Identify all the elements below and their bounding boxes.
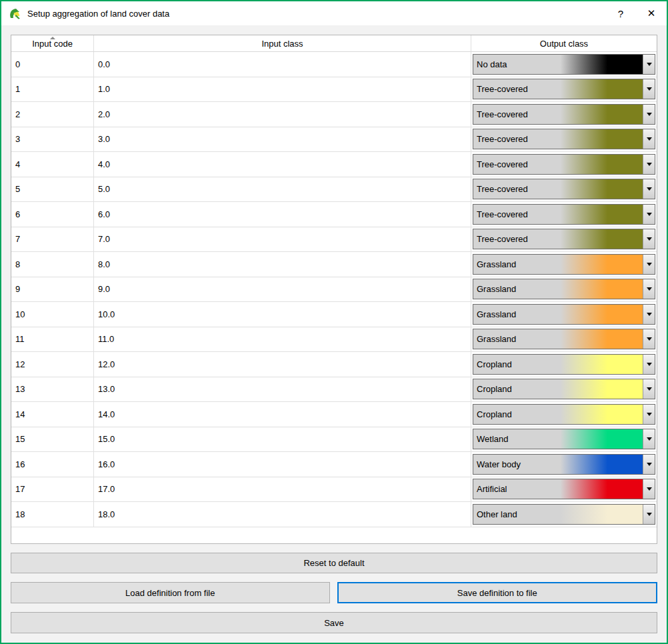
chevron-down-icon[interactable] [643, 105, 655, 124]
input-code-cell[interactable]: 12 [11, 352, 94, 377]
input-class-cell[interactable]: 9.0 [94, 277, 471, 303]
output-class-combobox[interactable]: Other land [473, 504, 655, 525]
output-class-label: Cropland [473, 359, 643, 369]
save-button[interactable]: Save [11, 612, 657, 633]
input-class-cell[interactable]: 0.0 [94, 52, 471, 77]
table-row: 66.0Tree-covered [11, 202, 657, 227]
chevron-down-icon[interactable] [643, 405, 655, 424]
chevron-down-icon[interactable] [643, 55, 655, 74]
table-row: 1414.0Cropland [11, 402, 657, 427]
output-class-combobox[interactable]: Wetland [473, 429, 655, 449]
chevron-down-icon[interactable] [643, 305, 655, 324]
input-code-cell[interactable]: 8 [11, 252, 94, 277]
chevron-down-icon[interactable] [643, 129, 655, 149]
table-row: 22.0Tree-covered [11, 102, 657, 127]
output-class-combobox[interactable]: Cropland [473, 404, 655, 425]
table-row: 1212.0Cropland [11, 352, 657, 377]
input-code-cell[interactable]: 14 [11, 402, 94, 427]
input-class-cell[interactable]: 8.0 [94, 252, 471, 277]
output-class-combobox[interactable]: Tree-covered [473, 154, 655, 175]
close-button[interactable]: ✕ [636, 1, 667, 25]
output-class-combobox[interactable]: Grassland [473, 254, 655, 275]
output-class-combobox[interactable]: Tree-covered [473, 204, 655, 225]
input-code-cell[interactable]: 0 [11, 52, 94, 77]
output-class-cell: Tree-covered [471, 152, 657, 177]
input-class-cell[interactable]: 18.0 [94, 502, 471, 527]
input-class-cell[interactable]: 5.0 [94, 177, 471, 203]
chevron-down-icon[interactable] [643, 255, 655, 274]
input-class-cell[interactable]: 10.0 [94, 302, 471, 327]
input-code-cell[interactable]: 4 [11, 152, 94, 177]
chevron-down-icon[interactable] [643, 79, 655, 99]
input-code-cell[interactable]: 5 [11, 177, 94, 203]
output-class-combobox[interactable]: Water body [473, 454, 655, 475]
qgis-logo-icon [8, 7, 21, 20]
input-class-cell[interactable]: 3.0 [94, 127, 471, 153]
chevron-down-icon[interactable] [643, 355, 655, 374]
chevron-down-icon[interactable] [643, 155, 655, 174]
input-class-cell[interactable]: 6.0 [94, 202, 471, 227]
chevron-down-icon[interactable] [643, 229, 655, 249]
input-class-cell[interactable]: 11.0 [94, 327, 471, 353]
chevron-down-icon[interactable] [643, 505, 655, 524]
input-code-cell[interactable]: 13 [11, 377, 94, 403]
input-code-cell[interactable]: 18 [11, 502, 94, 527]
input-code-cell[interactable]: 15 [11, 427, 94, 453]
output-class-combobox[interactable]: Cropland [473, 354, 655, 375]
input-class-cell[interactable]: 16.0 [94, 452, 471, 477]
output-class-combobox[interactable]: Grassland [473, 304, 655, 325]
output-class-cell: Tree-covered [471, 127, 657, 153]
input-code-cell[interactable]: 6 [11, 202, 94, 227]
input-code-cell[interactable]: 11 [11, 327, 94, 353]
input-class-cell[interactable]: 13.0 [94, 377, 471, 403]
output-class-combobox[interactable]: Artificial [473, 479, 655, 499]
chevron-down-icon[interactable] [643, 279, 655, 299]
input-code-cell[interactable]: 1 [11, 77, 94, 103]
output-class-combobox[interactable]: Tree-covered [473, 179, 655, 199]
input-code-cell[interactable]: 2 [11, 102, 94, 127]
input-code-cell[interactable]: 10 [11, 302, 94, 327]
input-code-cell[interactable]: 9 [11, 277, 94, 303]
output-class-combobox[interactable]: Grassland [473, 329, 655, 349]
chevron-down-icon[interactable] [643, 205, 655, 224]
output-class-combobox[interactable]: Cropland [473, 379, 655, 399]
input-class-cell[interactable]: 1.0 [94, 77, 471, 103]
save-definition-button[interactable]: Save definition to file [337, 582, 658, 603]
load-definition-button[interactable]: Load definition from file [11, 582, 330, 603]
chevron-down-icon[interactable] [643, 455, 655, 474]
input-class-cell[interactable]: 7.0 [94, 227, 471, 253]
output-class-combobox[interactable]: Grassland [473, 279, 655, 299]
input-class-cell[interactable]: 15.0 [94, 427, 471, 453]
input-class-cell[interactable]: 12.0 [94, 352, 471, 377]
output-class-combobox[interactable]: No data [473, 54, 655, 75]
chevron-down-icon[interactable] [643, 179, 655, 199]
help-button[interactable]: ? [605, 1, 636, 25]
output-class-combobox[interactable]: Tree-covered [473, 229, 655, 249]
input-class-cell[interactable]: 2.0 [94, 102, 471, 127]
output-class-combobox[interactable]: Tree-covered [473, 129, 655, 149]
input-class-cell[interactable]: 14.0 [94, 402, 471, 427]
input-code-cell[interactable]: 3 [11, 127, 94, 153]
chevron-down-icon[interactable] [643, 379, 655, 399]
header-input-code[interactable]: Input code [11, 35, 94, 51]
chevron-down-icon[interactable] [643, 429, 655, 449]
dialog-content: Input code Input class Output class 00.0… [1, 25, 667, 643]
input-code-cell[interactable]: 17 [11, 477, 94, 503]
table-row: 44.0Tree-covered [11, 152, 657, 177]
reset-to-default-button[interactable]: Reset to default [11, 553, 657, 573]
output-class-combobox[interactable]: Tree-covered [473, 79, 655, 99]
chevron-down-icon[interactable] [643, 479, 655, 499]
header-input-class[interactable]: Input class [94, 35, 471, 51]
input-code-cell[interactable]: 16 [11, 452, 94, 477]
header-output-class-label: Output class [540, 39, 588, 49]
input-code-cell[interactable]: 7 [11, 227, 94, 253]
output-class-combobox[interactable]: Tree-covered [473, 104, 655, 125]
table-header: Input code Input class Output class [11, 35, 657, 52]
input-class-cell[interactable]: 17.0 [94, 477, 471, 503]
input-class-cell[interactable]: 4.0 [94, 152, 471, 177]
header-output-class[interactable]: Output class [471, 35, 657, 51]
output-class-cell: Cropland [471, 377, 657, 403]
chevron-down-glyph [647, 263, 652, 266]
chevron-down-icon[interactable] [643, 329, 655, 349]
table-row: 55.0Tree-covered [11, 177, 657, 203]
